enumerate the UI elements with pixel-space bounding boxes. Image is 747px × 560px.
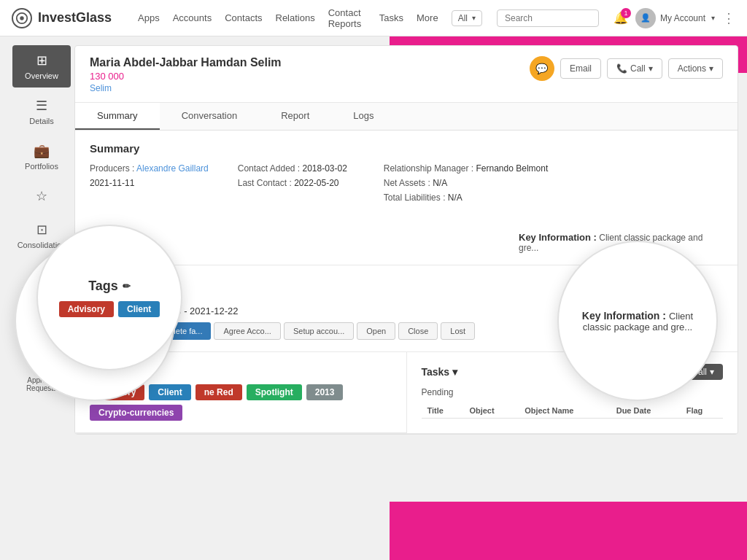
relationship-manager-field: Relationship Manager : Fernando Belmont [384, 163, 548, 174]
tab-report[interactable]: Report [259, 103, 331, 130]
tasks-table: Title Object Object Name Due Date Flag [422, 403, 724, 419]
account-label: My Account [660, 13, 705, 23]
sidebar-item-details[interactable]: ☰ Details [12, 90, 71, 133]
logo[interactable]: InvestGlass [12, 8, 112, 28]
total-liabilities-value: N/A [448, 192, 462, 203]
content-tabs: Summary Conversation Report Logs [75, 103, 738, 131]
col-object-name: Object Name [519, 403, 611, 419]
stage-btn-setup[interactable]: Setup accou... [284, 322, 354, 340]
sidebar-label-details: Details [29, 117, 54, 125]
summary-fields: Producers : Alexandre Gaillard 2021-11-1… [90, 163, 723, 253]
date2-value: 2021-11-11 [90, 178, 134, 188]
contact-group: Selim [90, 83, 282, 93]
producers-value[interactable]: Alexandre Gaillard [136, 163, 209, 174]
contact-info: Maria Abdel-Jabbar Hamdan Selim 130 000 … [90, 56, 282, 93]
zoom-keyinfo-content: Key Information : Client classic package… [576, 310, 699, 332]
nav-accounts[interactable]: Accounts [173, 12, 212, 23]
stage-btn-lost[interactable]: Lost [441, 322, 475, 340]
sidebar-item-overview[interactable]: ⊞ Overview [12, 45, 71, 88]
actions-button[interactable]: Actions ▾ [668, 58, 723, 79]
tag-spotlight[interactable]: Spotlight [247, 384, 302, 400]
summary-col-dates: Contact Added : 2018-03-02 Last Contact … [238, 163, 355, 203]
notification-badge: 1 [621, 8, 631, 18]
rm-label: Relationship Manager : [384, 163, 473, 174]
zoom-key-info-title: Key Information : [582, 310, 669, 322]
col-flag: Flag [681, 403, 723, 419]
account-menu[interactable]: 👤 My Account ▾ [635, 8, 715, 28]
tag-red[interactable]: ne Red [196, 384, 242, 400]
all-label: All [458, 13, 468, 23]
stage-btn-agree[interactable]: Agree Acco... [214, 322, 280, 340]
last-contact-field: Last Contact : 2022-05-20 [238, 178, 355, 188]
col-due-date: Due Date [611, 403, 681, 419]
summary-col-producers: Producers : Alexandre Gaillard 2021-11-1… [90, 163, 209, 203]
stage-btn-open[interactable]: Open [357, 322, 395, 340]
rm-value: Fernando Belmont [476, 163, 549, 174]
contact-actions: 💬 Email 📞 Call ▾ Actions ▾ [530, 56, 723, 81]
overview-icon: ⊞ [36, 52, 47, 69]
net-assets-value: N/A [433, 178, 447, 188]
chevron-down-icon: ▾ [472, 14, 476, 22]
tab-logs[interactable]: Logs [331, 103, 395, 130]
summary-title: Summary [90, 142, 723, 155]
svg-point-1 [20, 16, 23, 20]
contact-header: Maria Abdel-Jabbar Hamdan Selim 130 000 … [75, 46, 738, 103]
email-button[interactable]: Email [560, 58, 601, 79]
summary-col-manager: Relationship Manager : Fernando Belmont … [384, 163, 548, 203]
contact-added-label: Contact Added : [238, 163, 300, 174]
contact-status-dot: 💬 [530, 56, 554, 81]
key-info-title: Key Information : [519, 232, 597, 243]
details-icon: ☰ [36, 98, 47, 114]
more-options-icon[interactable]: ⋮ [722, 10, 735, 26]
zoom-tags-title: Tags ✏ [53, 279, 166, 294]
zoom-circle-tags: Tags ✏ Advisory Client [36, 225, 182, 370]
tasks-title: Tasks ▾ [422, 366, 458, 378]
tag-year[interactable]: 2013 [306, 384, 344, 400]
star-icon: ☆ [36, 188, 47, 204]
tag-crypto[interactable]: Crypto-currencies [90, 405, 182, 421]
tab-summary[interactable]: Summary [75, 103, 160, 130]
tasks-title-text: Tasks [422, 366, 450, 378]
contact-added-value: 2018-03-02 [303, 163, 347, 174]
sidebar-item-favorites[interactable]: ☆ [12, 181, 71, 211]
call-btn-label: Call [630, 63, 646, 74]
nav-tasks[interactable]: Tasks [379, 12, 403, 23]
col-title: Title [422, 403, 464, 419]
logo-icon [12, 8, 32, 28]
nav-contact-reports[interactable]: Contact Reports [328, 7, 366, 29]
net-assets-label: Net Assets : [384, 178, 430, 188]
sidebar-label-portfolios: Portfolios [25, 162, 58, 171]
all-dropdown[interactable]: All ▾ [452, 10, 482, 26]
zoom-tag-client: Client [118, 301, 160, 317]
producers-field: Producers : Alexandre Gaillard [90, 163, 209, 174]
portfolios-icon: 💼 [34, 143, 50, 159]
tag-client[interactable]: Client [149, 384, 190, 400]
nav-links: Apps Accounts Contacts Relations Contact… [138, 7, 482, 29]
stage-btn-close[interactable]: Close [398, 322, 438, 340]
zoom-tags-edit-icon: ✏ [123, 281, 131, 292]
nav-contacts[interactable]: Contacts [225, 12, 262, 23]
zoom-circle-keyinfo: Key Information : Client classic package… [557, 241, 718, 401]
nav-more[interactable]: More [417, 12, 438, 23]
tasks-table-head: Title Object Object Name Due Date Flag [422, 403, 724, 419]
producers-label: Producers : [90, 163, 134, 174]
tab-conversation[interactable]: Conversation [160, 103, 260, 130]
nav-relations[interactable]: Relations [276, 12, 315, 23]
net-assets-field: Net Assets : N/A [384, 178, 548, 188]
col-object: Object [463, 403, 519, 419]
contact-added-field: Contact Added : 2018-03-02 [238, 163, 355, 174]
search-input[interactable] [497, 9, 599, 27]
notifications-bell[interactable]: 🔔 1 [614, 11, 628, 25]
chevron-down-icon-showall: ▾ [710, 367, 714, 377]
contact-name: Maria Abdel-Jabbar Hamdan Selim [90, 56, 282, 69]
consolidation-icon: ⊡ [36, 222, 47, 238]
chevron-down-icon-account: ▾ [711, 14, 715, 22]
sidebar-item-portfolios[interactable]: 💼 Portfolios [12, 136, 71, 178]
call-button[interactable]: 📞 Call ▾ [607, 58, 662, 79]
nav-apps[interactable]: Apps [138, 12, 160, 23]
total-liabilities-label: Total Liabilities : [384, 192, 446, 203]
actions-btn-label: Actions [678, 63, 706, 74]
zoom-tags-list: Advisory Client [53, 301, 166, 317]
total-liabilities-field: Total Liabilities : N/A [384, 192, 548, 203]
zoom-tag-advisory: Advisory [59, 301, 114, 317]
